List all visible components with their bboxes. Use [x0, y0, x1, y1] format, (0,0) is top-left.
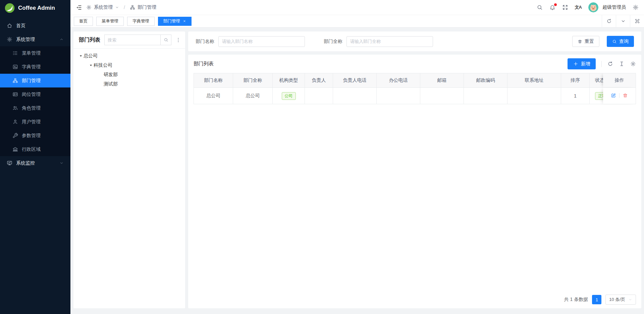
sidebar-item-role-mgmt[interactable]: 角色管理 [0, 101, 70, 115]
dept-fullname-input[interactable] [346, 36, 433, 47]
sidebar-item-label: 字典管理 [22, 64, 41, 70]
button-label: 新增 [581, 61, 590, 67]
chevron-down-icon [621, 18, 626, 24]
sidebar-item-dept-mgmt[interactable]: 部门管理 [0, 74, 70, 87]
breadcrumb-item-dept[interactable]: 部门管理 [130, 4, 156, 10]
table-horizontal-scroll[interactable]: 部门名称 部门全称 机构类型 负责人 负责人电话 办公电话 邮箱 邮政编码 联系… [194, 73, 636, 291]
dept-table-card: 部门列表 新增 [188, 55, 641, 308]
sidebar-group-label: 系统监控 [16, 160, 35, 166]
add-button[interactable]: 新增 [568, 58, 596, 69]
content: 部门列表 总公司 科技公司 研发 [70, 27, 644, 314]
column-header-leader: 负责人 [305, 73, 333, 88]
page-size-select[interactable]: 10 条/页 [605, 295, 636, 305]
tree-node-label: 研发部 [104, 72, 118, 78]
caret-down-icon[interactable] [88, 63, 94, 67]
org-tree-icon [12, 78, 18, 83]
tree-search-button[interactable] [160, 35, 171, 45]
search-icon [612, 39, 617, 44]
plus-icon [573, 61, 579, 67]
cell-fullname: 总公司 [233, 88, 273, 104]
translate-icon[interactable]: 文A [575, 4, 582, 10]
sidebar-group-monitor[interactable]: 系统监控 [0, 156, 70, 170]
dept-tree-panel: 部门列表 总公司 科技公司 研发 [73, 32, 185, 308]
pagination-total: 共 1 条数据 [564, 297, 588, 303]
username[interactable]: 超级管理员 [602, 4, 626, 10]
tree-search-input[interactable] [104, 35, 160, 45]
avatar[interactable] [588, 2, 598, 12]
content-fullscreen-button[interactable] [630, 15, 644, 27]
refresh-icon[interactable] [607, 61, 613, 67]
field-label: 部门名称 [196, 39, 214, 45]
tab-home[interactable]: 首页 [74, 17, 93, 26]
tab-menu-button[interactable] [616, 15, 630, 27]
sidebar-item-user-mgmt[interactable]: 用户管理 [0, 115, 70, 129]
edit-icon[interactable] [611, 93, 616, 98]
tab-dept-mgmt[interactable]: 部门管理 [158, 17, 192, 26]
reset-button[interactable]: 重置 [572, 36, 599, 47]
column-settings-icon[interactable] [630, 61, 636, 67]
dept-name-input[interactable] [218, 36, 305, 47]
tab-controls [602, 15, 644, 27]
sidebar-menu: 首页 系统管理 菜单管理 字典管理 部门管理 岗位管理 [0, 16, 70, 170]
gear-icon [86, 5, 92, 10]
close-icon[interactable] [183, 19, 186, 23]
chevron-down-icon [59, 161, 64, 165]
dictionary-icon [12, 64, 18, 70]
search-icon[interactable] [537, 4, 543, 10]
breadcrumb: 系统管理 / 部门管理 [76, 4, 156, 11]
list-icon [12, 50, 18, 56]
column-header-name: 部门名称 [194, 73, 233, 88]
fullscreen-icon[interactable] [562, 4, 568, 10]
breadcrumb-item-system[interactable]: 系统管理 [86, 4, 119, 10]
table-toolbar-actions: 新增 [568, 58, 636, 69]
cell-name: 总公司 [194, 88, 233, 104]
divider [601, 61, 602, 67]
tab-refresh-button[interactable] [602, 15, 616, 27]
page-button-1[interactable]: 1 [592, 295, 601, 304]
tab-label: 菜单管理 [102, 18, 118, 24]
tab-dict-mgmt[interactable]: 字典管理 [127, 17, 155, 26]
notification-button[interactable] [549, 4, 555, 10]
sidebar-item-param-mgmt[interactable]: 参数管理 [0, 129, 70, 142]
tree-node-child[interactable]: 科技公司 [73, 61, 185, 70]
gear-icon[interactable] [633, 4, 639, 10]
topbar-actions: 文A 超级管理员 [537, 2, 639, 12]
breadcrumb-separator: / [124, 5, 125, 10]
more-options-icon[interactable] [175, 37, 181, 43]
tree-node-leaf[interactable]: 测试部 [73, 79, 185, 89]
field-label: 部门全称 [324, 39, 342, 45]
table-header-row: 部门名称 部门全称 机构类型 负责人 负责人电话 办公电话 邮箱 邮政编码 联系… [194, 73, 636, 88]
sidebar-item-label: 岗位管理 [22, 91, 41, 98]
row-height-icon[interactable] [619, 61, 625, 67]
trash-icon [578, 39, 582, 44]
sidebar-item-label: 部门管理 [22, 78, 41, 84]
table-title: 部门列表 [194, 61, 214, 67]
tree-node-label: 测试部 [104, 81, 118, 87]
home-icon [7, 23, 12, 28]
delete-icon[interactable] [623, 93, 628, 98]
tree-node-leaf[interactable]: 研发部 [73, 70, 185, 79]
monitor-icon [7, 160, 12, 166]
filter-actions: 重置 查询 [572, 36, 634, 47]
column-header-orgtype: 机构类型 [273, 73, 305, 88]
chevron-down-icon [628, 298, 632, 302]
tree-panel-header: 部门列表 [73, 32, 185, 49]
sidebar-group-system[interactable]: 系统管理 [0, 33, 70, 46]
tree-node-root[interactable]: 总公司 [73, 51, 185, 61]
sidebar-item-home[interactable]: 首页 [0, 19, 70, 33]
wrench-icon [12, 133, 18, 138]
form-item-fullname: 部门全称 [324, 36, 433, 47]
sidebar-item-region-mgmt[interactable]: 行政区域 [0, 142, 70, 156]
query-button[interactable]: 查询 [607, 36, 634, 47]
sidebar-item-label: 首页 [16, 23, 25, 29]
user-group-icon [12, 105, 18, 111]
sidebar-collapse-icon[interactable] [76, 4, 82, 11]
sidebar-item-dict-mgmt[interactable]: 字典管理 [0, 60, 70, 74]
sidebar-item-label: 角色管理 [22, 105, 41, 111]
column-header-leader-phone: 负责人电话 [333, 73, 377, 88]
caret-down-icon[interactable] [78, 54, 84, 58]
tab-menu-mgmt[interactable]: 菜单管理 [96, 17, 124, 26]
sidebar-item-menu-mgmt[interactable]: 菜单管理 [0, 46, 70, 60]
column-header-sort: 排序 [561, 73, 590, 88]
sidebar-item-post-mgmt[interactable]: 岗位管理 [0, 87, 70, 101]
